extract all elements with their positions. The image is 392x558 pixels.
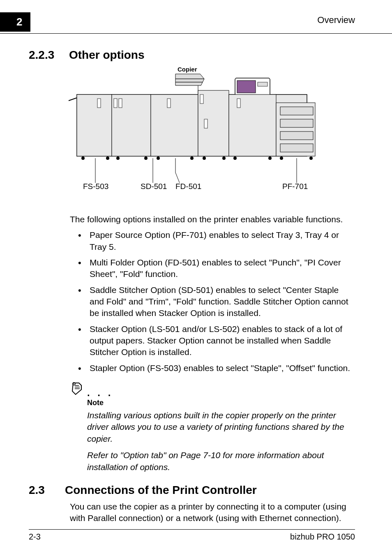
list-item: Stapler Option (FS-503) enables to selec… — [78, 362, 355, 374]
list-item: Saddle Stitcher Option (SD-501) enables … — [78, 284, 355, 319]
svg-point-27 — [144, 157, 148, 160]
svg-point-26 — [116, 157, 120, 160]
heading-number: 2.3 — [29, 484, 53, 497]
svg-line-39 — [175, 173, 180, 183]
svg-line-2 — [69, 98, 77, 101]
intro-paragraph: The following options installed on the p… — [70, 214, 355, 225]
svg-rect-1 — [77, 95, 112, 156]
svg-rect-18 — [237, 99, 240, 108]
note-label: Note — [87, 399, 355, 407]
svg-rect-7 — [151, 95, 198, 156]
diagram-label-fd501: FD-501 — [175, 182, 201, 189]
svg-rect-21 — [280, 119, 313, 127]
heading-number: 2.2.3 — [29, 48, 62, 62]
svg-rect-3 — [97, 99, 101, 108]
svg-rect-8 — [167, 99, 171, 108]
list-item: Multi Folder Option (FD-501) enables to … — [78, 257, 355, 280]
footer-rule — [29, 529, 355, 530]
svg-point-29 — [190, 157, 194, 160]
svg-point-25 — [106, 157, 109, 160]
svg-rect-5 — [114, 99, 117, 108]
svg-rect-4 — [112, 95, 151, 156]
svg-rect-17 — [229, 95, 276, 156]
svg-point-28 — [157, 157, 160, 160]
svg-text:Copier: Copier — [178, 66, 197, 73]
svg-rect-22 — [280, 131, 313, 140]
svg-rect-12 — [204, 119, 208, 128]
svg-point-24 — [81, 157, 85, 160]
note-paragraph-2: Refer to "Option tab" on Page 7-10 for m… — [87, 450, 355, 473]
svg-rect-11 — [200, 95, 203, 104]
svg-rect-15 — [237, 81, 256, 93]
svg-point-33 — [268, 157, 272, 160]
svg-rect-6 — [119, 99, 122, 108]
list-item: Paper Source Option (PF-701) enables to … — [78, 229, 355, 253]
svg-point-30 — [203, 157, 206, 160]
diagram-label-sd501: SD-501 — [141, 182, 167, 189]
header-title: Overview — [317, 12, 355, 25]
svg-point-31 — [222, 157, 226, 160]
diagram-label-pf701: PF-701 — [282, 182, 308, 189]
svg-point-34 — [280, 157, 283, 160]
copier-diagram: Copier — [29, 66, 355, 189]
chapter-number-tab: 2 — [0, 12, 30, 32]
svg-rect-20 — [280, 107, 313, 115]
heading-title: Other options — [69, 48, 145, 62]
note-block: . . . Note Installing various options bu… — [70, 381, 355, 473]
svg-point-32 — [233, 157, 237, 160]
heading-connections: 2.3 Connections of the Print Controller — [29, 484, 355, 497]
svg-rect-23 — [280, 144, 313, 152]
note-icon — [70, 381, 85, 399]
svg-point-35 — [309, 157, 313, 160]
heading-other-options: 2.2.3 Other options — [29, 48, 355, 62]
options-list: Paper Source Option (PF-701) enables to … — [78, 229, 355, 374]
note-paragraph-1: Installing various options built in the … — [87, 410, 355, 445]
diagram-label-fs503: FS-503 — [83, 182, 108, 189]
page-footer: 2-3 bizhub PRO 1050 — [0, 529, 392, 542]
connections-paragraph: You can use the copier as a printer by c… — [70, 501, 355, 524]
heading-title: Connections of the Print Controller — [65, 484, 257, 497]
page-header: 2 Overview — [0, 0, 392, 32]
list-item: Stacker Option (LS-501 and/or LS-502) en… — [78, 323, 355, 358]
page-number: 2-3 — [29, 532, 41, 542]
svg-rect-16 — [258, 82, 267, 86]
product-name: bizhub PRO 1050 — [290, 532, 355, 542]
note-dots: . . . — [87, 387, 113, 399]
